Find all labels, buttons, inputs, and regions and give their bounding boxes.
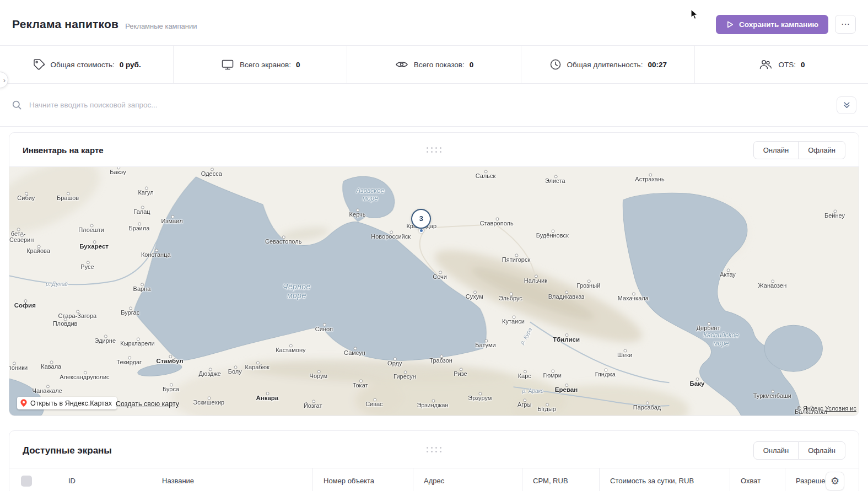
column-header-cpm: CPM, RUB	[522, 468, 600, 491]
stat-label: Всего показов:	[414, 61, 465, 69]
search-input[interactable]	[29, 101, 829, 109]
table-offline-button[interactable]: Офлайн	[798, 441, 845, 460]
map-canvas[interactable]: БакэуОдессаСальскЭлистаАстраханьСибиуБра…	[9, 166, 859, 416]
map-cluster-count: 3	[419, 214, 423, 223]
map-section-title: Инвентарь на карте	[23, 145, 104, 155]
column-header-id: ID	[58, 468, 113, 491]
stat-label: Общая стоимость:	[51, 61, 115, 69]
drag-handle-icon[interactable]	[427, 447, 442, 452]
people-icon	[758, 58, 773, 71]
stat-value: 0	[296, 61, 300, 69]
table-online-button[interactable]: Онлайн	[753, 441, 799, 460]
map-image	[9, 167, 859, 416]
save-campaign-label: Сохранить кампанию	[739, 20, 818, 29]
stat-total-screens: Всего экранов: 0	[174, 46, 347, 83]
expand-filters-button[interactable]	[837, 96, 856, 114]
stat-total-impressions: Всего показов: 0	[347, 46, 521, 83]
map-section: Инвентарь на карте Онлайн Офлайн	[9, 132, 859, 416]
column-header-reach: Охват	[730, 468, 785, 491]
stat-value: 0	[801, 61, 805, 69]
more-options-button[interactable]: ⋯	[835, 15, 856, 34]
eye-icon	[395, 58, 409, 71]
play-icon	[726, 20, 734, 29]
column-header-resolution: Разрешение	[785, 468, 859, 491]
page-title: Реклама напитков	[12, 18, 118, 31]
map-cluster-marker[interactable]: 3	[411, 209, 431, 229]
map-offline-button[interactable]: Офлайн	[798, 141, 845, 159]
stat-label: Общая длительность:	[567, 61, 643, 69]
table-section-title: Доступные экраны	[23, 445, 112, 456]
table-section-header: Доступные экраны Онлайн Офлайн	[9, 431, 859, 468]
stat-value: 00:27	[648, 61, 667, 69]
drag-handle-icon[interactable]	[427, 147, 442, 153]
chevron-double-down-icon	[843, 101, 851, 109]
stat-ots: OTS: 0	[695, 46, 868, 83]
create-own-map-link[interactable]: Создать свою карту	[116, 400, 179, 408]
column-header-daily-cost: Стоимость за сутки, RUB	[600, 468, 730, 491]
price-tag-icon	[33, 58, 46, 71]
search-icon	[12, 100, 22, 110]
map-online-button[interactable]: Онлайн	[753, 141, 799, 159]
table-settings-button[interactable]: ⚙	[826, 472, 844, 490]
table-header-row: ID Название Номер объекта Адрес CPM, RUB…	[9, 468, 859, 491]
open-in-yandex-maps-link[interactable]: Открыть в Яндекс.Картах	[17, 397, 117, 409]
search-bar	[0, 84, 868, 127]
clock-icon	[549, 58, 562, 71]
breadcrumb: Рекламные кампании	[125, 22, 197, 30]
stat-label: OTS:	[778, 61, 796, 69]
map-online-offline-toggle: Онлайн Офлайн	[753, 141, 845, 159]
stat-label: Всего экранов:	[240, 61, 291, 69]
stat-total-duration: Общая длительность: 00:27	[521, 46, 695, 83]
stat-total-cost: Общая стоимость: 0 руб.	[0, 46, 174, 83]
open-in-yandex-maps-label: Открыть в Яндекс.Картах	[30, 400, 112, 407]
stats-bar: Общая стоимость: 0 руб. Всего экранов: 0…	[0, 45, 868, 84]
map-section-header: Инвентарь на карте Онлайн Офлайн	[9, 133, 859, 166]
map-point-marker	[419, 228, 424, 233]
select-all-checkbox[interactable]	[21, 476, 32, 487]
available-screens-section: Доступные экраны Онлайн Офлайн ID Назван…	[9, 430, 859, 491]
map-terms-link[interactable]: Условия ис	[825, 405, 856, 412]
stat-value: 0 руб.	[120, 61, 141, 69]
column-header-address: Адрес	[413, 468, 522, 491]
page: › Реклама напитков Рекламные кампании Со…	[0, 0, 868, 491]
map-copyright: © Яндекс Условия ис	[797, 405, 856, 412]
column-header-preview	[113, 468, 152, 491]
yandex-pin-icon	[20, 399, 27, 407]
checkbox-column-header	[9, 468, 58, 491]
save-campaign-button[interactable]: Сохранить кампанию	[716, 15, 828, 34]
monitor-icon	[220, 58, 235, 71]
page-header: Реклама напитков Рекламные кампании Сохр…	[0, 0, 868, 45]
column-header-object-number: Номер объекта	[313, 468, 413, 491]
table-online-offline-toggle: Онлайн Офлайн	[753, 441, 845, 460]
column-header-name: Название	[152, 468, 313, 491]
map-copyright-brand: © Яндекс	[797, 405, 823, 412]
stat-value: 0	[470, 61, 474, 69]
